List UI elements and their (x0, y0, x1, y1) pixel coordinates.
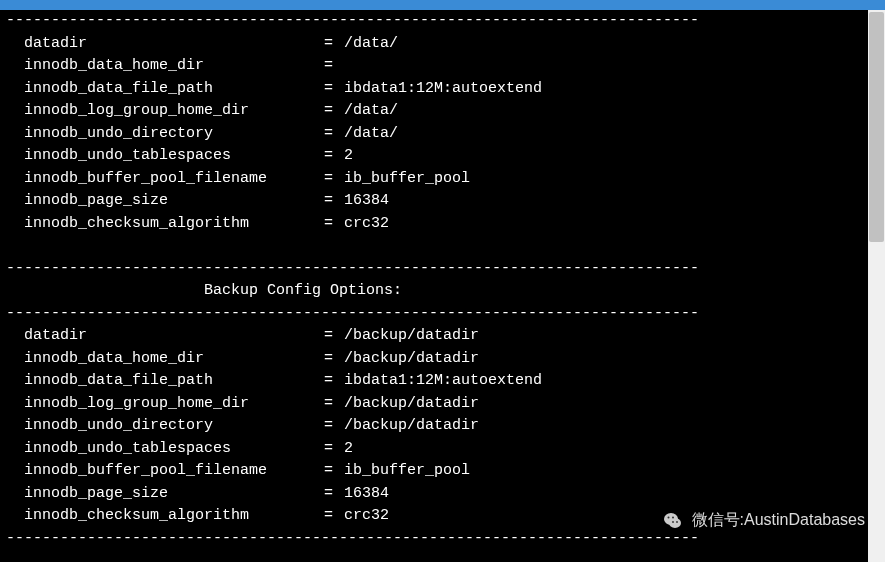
equals-sign: = (324, 505, 344, 528)
config-key: innodb_page_size (24, 483, 324, 506)
indent (6, 123, 24, 146)
config-key: innodb_log_group_home_dir (24, 100, 324, 123)
indent (6, 415, 24, 438)
config-key: innodb_data_file_path (24, 78, 324, 101)
config-row: innodb_page_size= 16384 (6, 190, 879, 213)
indent (6, 393, 24, 416)
config-key: innodb_page_size (24, 190, 324, 213)
indent (6, 460, 24, 483)
config-row: datadir= /backup/datadir (6, 325, 879, 348)
config-row: innodb_checksum_algorithm= crc32 (6, 505, 879, 528)
config-value: 16384 (344, 190, 389, 213)
config-value: ibdata1:12M:autoextend (344, 78, 542, 101)
vertical-scrollbar[interactable] (868, 10, 885, 562)
config-key: innodb_data_home_dir (24, 348, 324, 371)
config-row: innodb_log_group_home_dir= /backup/datad… (6, 393, 879, 416)
config-key: innodb_undo_directory (24, 415, 324, 438)
indent (6, 55, 24, 78)
config-key: innodb_log_group_home_dir (24, 393, 324, 416)
equals-sign: = (324, 123, 344, 146)
config-value: crc32 (344, 505, 389, 528)
equals-sign: = (324, 460, 344, 483)
divider-line: ----------------------------------------… (6, 258, 879, 281)
config-key: innodb_buffer_pool_filename (24, 168, 324, 191)
config-value: ib_buffer_pool (344, 460, 470, 483)
backup-config-title: Backup Config Options: (6, 280, 879, 303)
divider-line: ----------------------------------------… (6, 10, 879, 33)
equals-sign: = (324, 370, 344, 393)
equals-sign: = (324, 325, 344, 348)
config-section-1: datadir= /data/ innodb_data_home_dir= in… (6, 33, 879, 236)
indent (6, 325, 24, 348)
scrollbar-thumb[interactable] (869, 12, 884, 242)
config-key: innodb_undo_directory (24, 123, 324, 146)
indent (6, 145, 24, 168)
equals-sign: = (324, 33, 344, 56)
indent (6, 348, 24, 371)
config-key: datadir (24, 33, 324, 56)
config-row: innodb_data_file_path= ibdata1:12M:autoe… (6, 370, 879, 393)
indent (6, 213, 24, 236)
config-row: datadir= /data/ (6, 33, 879, 56)
config-key: innodb_undo_tablespaces (24, 438, 324, 461)
config-value: ibdata1:12M:autoextend (344, 370, 542, 393)
indent (6, 370, 24, 393)
equals-sign: = (324, 213, 344, 236)
terminal-output: ----------------------------------------… (0, 10, 885, 556)
config-key: innodb_buffer_pool_filename (24, 460, 324, 483)
config-key: innodb_checksum_algorithm (24, 505, 324, 528)
indent (6, 483, 24, 506)
config-key: innodb_data_home_dir (24, 55, 324, 78)
equals-sign: = (324, 78, 344, 101)
config-section-2: datadir= /backup/datadir innodb_data_hom… (6, 325, 879, 528)
equals-sign: = (324, 100, 344, 123)
config-key: innodb_checksum_algorithm (24, 213, 324, 236)
config-row: innodb_undo_tablespaces= 2 (6, 438, 879, 461)
config-row: innodb_undo_directory= /data/ (6, 123, 879, 146)
indent (6, 78, 24, 101)
blank-line (6, 235, 879, 258)
indent (6, 100, 24, 123)
indent (6, 438, 24, 461)
config-row: innodb_data_file_path= ibdata1:12M:autoe… (6, 78, 879, 101)
config-row: innodb_page_size= 16384 (6, 483, 879, 506)
config-value: /backup/datadir (344, 415, 479, 438)
equals-sign: = (324, 438, 344, 461)
config-value: ib_buffer_pool (344, 168, 470, 191)
config-value: /backup/datadir (344, 393, 479, 416)
config-value: /data/ (344, 123, 398, 146)
equals-sign: = (324, 483, 344, 506)
config-row: innodb_buffer_pool_filename= ib_buffer_p… (6, 168, 879, 191)
config-row: innodb_checksum_algorithm= crc32 (6, 213, 879, 236)
window-titlebar (0, 0, 885, 10)
indent (6, 168, 24, 191)
config-value: /data/ (344, 100, 398, 123)
divider-line: ----------------------------------------… (6, 303, 879, 326)
indent (6, 33, 24, 56)
config-row: innodb_undo_tablespaces= 2 (6, 145, 879, 168)
config-value: /backup/datadir (344, 348, 479, 371)
equals-sign: = (324, 415, 344, 438)
equals-sign: = (324, 393, 344, 416)
equals-sign: = (324, 145, 344, 168)
divider-line: ----------------------------------------… (6, 528, 879, 551)
indent (6, 505, 24, 528)
equals-sign: = (324, 348, 344, 371)
indent (6, 190, 24, 213)
equals-sign: = (324, 190, 344, 213)
config-value: 2 (344, 438, 353, 461)
config-row: innodb_undo_directory= /backup/datadir (6, 415, 879, 438)
config-row: innodb_log_group_home_dir= /data/ (6, 100, 879, 123)
config-value: 16384 (344, 483, 389, 506)
equals-sign: = (324, 168, 344, 191)
config-row: innodb_data_home_dir= /backup/datadir (6, 348, 879, 371)
config-key: innodb_undo_tablespaces (24, 145, 324, 168)
config-value: /backup/datadir (344, 325, 479, 348)
config-value: /data/ (344, 33, 398, 56)
config-value: 2 (344, 145, 353, 168)
config-key: datadir (24, 325, 324, 348)
equals-sign: = (324, 55, 344, 78)
config-key: innodb_data_file_path (24, 370, 324, 393)
config-row: innodb_buffer_pool_filename= ib_buffer_p… (6, 460, 879, 483)
config-value: crc32 (344, 213, 389, 236)
